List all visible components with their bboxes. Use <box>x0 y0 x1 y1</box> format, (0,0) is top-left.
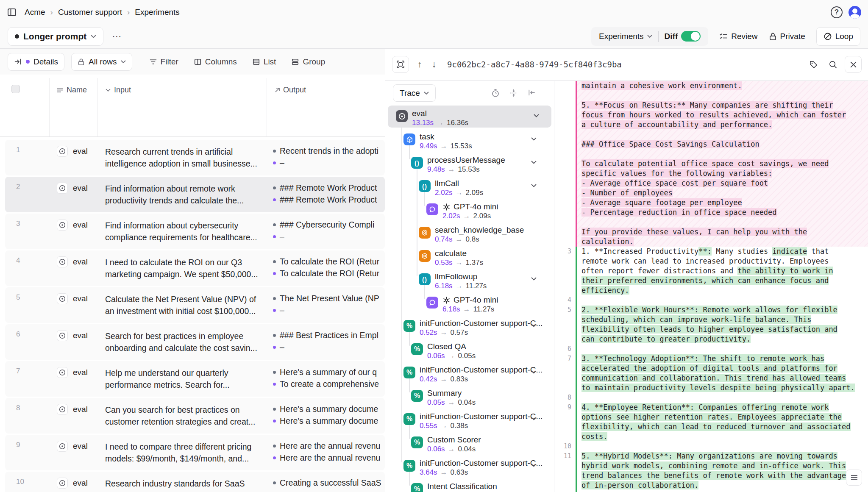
row-input-line: onboarding and calculate the cost savin.… <box>105 342 266 354</box>
row-input: Research industry standards for SaaS <box>105 478 266 489</box>
trace-span-row[interactable]: %Summary0.05s→0.04s <box>385 385 554 407</box>
trace-span-row[interactable]: %Custom Scorer0.06s→0.04s <box>385 432 554 454</box>
trace-panel-header: ↑ ↓ 9c062bc2-a8c7-4a88-9749-5cf840f3c9ba <box>385 49 868 81</box>
chevron-down-icon[interactable] <box>531 184 537 187</box>
list-button[interactable]: List <box>248 57 281 67</box>
all-rows-dropdown[interactable]: All rows <box>71 53 132 71</box>
column-header-output[interactable]: Output <box>275 86 306 95</box>
trace-span-row[interactable]: %initFunction-Customer support-C...0.55s… <box>385 409 554 431</box>
chevron-down-icon[interactable] <box>531 137 537 141</box>
breadcrumb-experiments[interactable]: Experiments <box>135 8 180 17</box>
trace-span-row[interactable]: %Closed QA0.06s→0.05s <box>385 339 554 361</box>
chevron-down-icon[interactable] <box>531 417 537 420</box>
trace-span-row[interactable]: GPT-4o mini6.18s→11.27s <box>385 292 554 314</box>
trace-span-row[interactable]: ()llmFollowup6.18s→11.27s <box>385 269 554 291</box>
row-output: Here's a summary of our qTo create a com… <box>273 366 385 390</box>
arrow-right-icon: → <box>437 468 451 476</box>
collapse-vertical-icon[interactable] <box>509 89 518 97</box>
arrow-right-icon: → <box>434 119 447 127</box>
span-name: initFunction-Customer support-C... <box>420 319 542 328</box>
column-header-input[interactable]: Input <box>105 86 131 95</box>
review-button[interactable]: Review <box>719 32 757 41</box>
collapse-left-icon[interactable] <box>528 89 536 97</box>
table-row[interactable]: 8evalCan you search for best practices o… <box>5 398 385 434</box>
columns-button[interactable]: Columns <box>189 57 241 67</box>
details-button[interactable]: Details <box>8 53 64 71</box>
diff-removed-line: If you provide these values, I can help … <box>581 227 807 237</box>
timer-icon[interactable] <box>491 89 500 97</box>
breadcrumb-acme[interactable]: Acme <box>25 8 45 17</box>
search-icon[interactable] <box>825 57 840 72</box>
expand-icon[interactable] <box>392 56 409 73</box>
chevron-down-icon[interactable] <box>531 464 537 467</box>
eval-icon <box>57 146 68 157</box>
table-row[interactable]: 1evalResearch current trends in artifici… <box>5 140 385 175</box>
breadcrumb-project[interactable]: Customer support <box>58 8 122 17</box>
results-table: Name Input Output 1evalResearch current … <box>0 75 385 492</box>
close-icon[interactable] <box>845 56 862 73</box>
trace-view-dropdown[interactable]: Trace <box>393 84 436 102</box>
span-durations: 6.18s→11.27s <box>442 305 494 314</box>
experiment-title-button[interactable]: Longer prompt <box>8 27 103 46</box>
more-options-button[interactable]: ⋯ <box>112 31 122 42</box>
row-output: ### Best Practices in Empl– <box>273 329 385 353</box>
table-row[interactable]: 3evalFind information about cybersecurit… <box>5 214 385 249</box>
outline-button[interactable] <box>846 470 862 486</box>
trace-span-row[interactable]: eval13.13s→16.36s <box>388 106 551 128</box>
row-name: eval <box>73 294 88 303</box>
filter-button[interactable]: Filter <box>145 57 183 67</box>
trace-span-row[interactable]: GPT-4o mini2.02s→2.09s <box>385 199 554 221</box>
table-row[interactable]: 7evalHelp me understand our quarterlyper… <box>5 361 385 397</box>
span-name: task <box>420 132 434 142</box>
scorer-span-icon: % <box>403 320 415 332</box>
table-row[interactable]: 4evalI need to calculate the ROI on our … <box>5 250 385 286</box>
added-gutter-bar <box>576 247 577 492</box>
fn-span-icon: () <box>419 180 431 192</box>
output-bullet <box>273 383 276 386</box>
trace-span-row[interactable]: %initFunction-Customer support-C...0.52s… <box>385 315 554 337</box>
row-output-line: To create a comprehensive <box>273 378 385 390</box>
chevron-down-icon[interactable] <box>531 161 537 164</box>
view-switcher[interactable]: Experiments <box>593 32 658 41</box>
chevron-down-icon[interactable] <box>531 324 537 327</box>
trace-span-row[interactable]: search_knowledge_base0.74s→0.8s <box>385 222 554 244</box>
span-durations: 0.74s→0.8s <box>435 235 479 244</box>
previous-row-icon[interactable]: ↑ <box>412 57 427 72</box>
loop-button[interactable]: Loop <box>816 27 860 46</box>
trace-span-row[interactable]: calculate0.53s→1.37s <box>385 245 554 267</box>
tag-icon[interactable] <box>806 57 821 72</box>
table-row[interactable]: 2evalFind information about remote workp… <box>5 177 385 212</box>
span-durations: 0.06s→0.05s <box>427 352 476 360</box>
lock-icon <box>769 32 777 41</box>
column-header-name[interactable]: Name <box>57 86 87 95</box>
row-number: 5 <box>16 293 20 302</box>
chevron-down-icon[interactable] <box>531 370 537 374</box>
group-button[interactable]: Group <box>287 57 329 67</box>
trace-span-row[interactable]: task9.49s→15.53s <box>385 129 554 151</box>
output-bullet <box>273 161 276 164</box>
row-output-line: To calculate the ROI (Retur <box>273 267 385 279</box>
trace-span-row[interactable]: ()llmCall2.02s→2.09s <box>385 175 554 197</box>
trace-span-row[interactable]: %initFunction-Customer support-C...3.64s… <box>385 455 554 477</box>
select-all-checkbox[interactable] <box>11 85 20 93</box>
trace-span-row[interactable]: ()processUserMessage9.48s→15.53s <box>385 152 554 174</box>
next-row-icon[interactable]: ↓ <box>427 57 441 72</box>
chevron-down-icon[interactable] <box>531 277 537 281</box>
chevron-down-icon[interactable] <box>534 114 539 117</box>
column-divider <box>49 78 50 136</box>
avatar[interactable] <box>849 6 861 19</box>
diff-toggle[interactable] <box>681 31 701 42</box>
table-row[interactable]: 6evalSearch for best practices in employ… <box>5 324 385 360</box>
span-duration: 9.48s <box>427 165 445 173</box>
sidebar-toggle-icon[interactable] <box>7 7 17 17</box>
table-row[interactable]: 10evalResearch industry standards for Sa… <box>5 472 385 492</box>
trace-span-row[interactable]: %initFunction-Customer support-C...0.42s… <box>385 362 554 384</box>
table-header-border <box>0 136 385 137</box>
table-row[interactable]: 5evalCalculate the Net Present Value (NP… <box>5 287 385 323</box>
table-row[interactable]: 9evalI need to compare three different p… <box>5 435 385 470</box>
row-output-line: ### Remote Work Product <box>273 182 385 194</box>
trace-span-row[interactable]: %Intent Classification <box>385 478 554 492</box>
columns-icon <box>194 58 202 66</box>
private-button[interactable]: Private <box>769 32 805 41</box>
help-icon[interactable]: ? <box>831 6 843 18</box>
